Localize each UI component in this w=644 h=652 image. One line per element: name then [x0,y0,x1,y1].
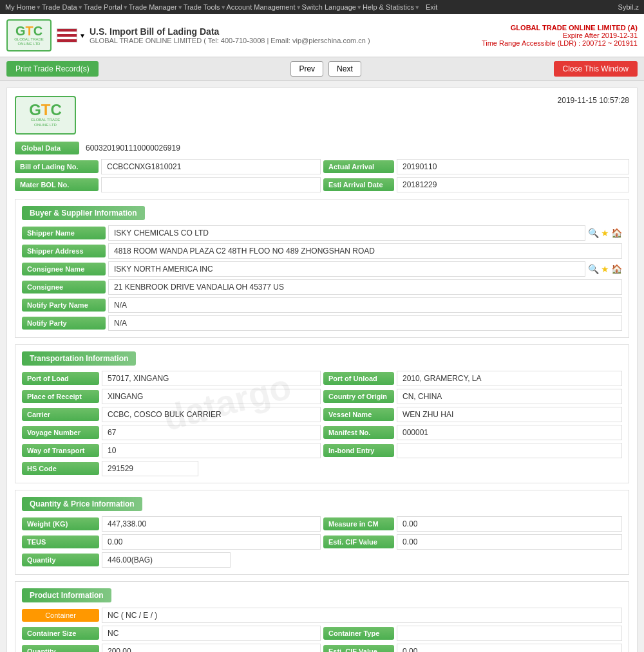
shipper-star-icon[interactable]: ★ [601,228,609,238]
nav-sep2: ▾ [124,3,128,12]
time-range: Time Range Accessible (LDR) : 200712 ~ 2… [482,39,638,47]
consignee-value: 21 KENBROOK DRIVE VANDALIA OH 45377 US [108,279,622,295]
port-load-value: 57017, XINGANG [102,371,321,386]
header-subtitle: GLOBAL TRADE ONLINE LIMITED ( Tel: 400-7… [90,37,482,44]
bol-label: Bill of Lading No. [15,160,99,173]
expire-date: Expire After 2019-12-31 [482,32,638,39]
header: GTC GLOBAL TRADEONLINE LTD ▼ U.S. Import… [0,14,644,57]
manifest-value: 000001 [397,425,622,440]
transportation-header: Transportation Information [22,351,622,366]
weight-value: 447,338.00 [102,516,321,532]
quantity-price-section: Quantity & Price Information Weight (KG)… [15,490,629,575]
nav-tradetools[interactable]: Trade Tools [184,3,220,11]
nav-trademanager[interactable]: Trade Manager [129,3,177,11]
logo: GTC GLOBAL TRADEONLINE LTD [6,19,52,51]
record-card: datargo GTC GLOBAL TRADEONLINE LTD 2019-… [6,88,638,652]
close-button-top[interactable]: Close This Window [554,61,638,77]
notify-party-label: Notify Party [22,317,106,330]
buyer-supplier-section: Buyer & Supplier Information Shipper Nam… [15,199,629,338]
teus-value: 0.00 [102,534,321,550]
global-data-row: Global Data 6003201901110000026919 [15,141,629,155]
nav-sep4: ▾ [222,3,225,12]
voyage-value: 67 [102,425,321,440]
product-info-section: Product Information Container NC ( NC / … [15,581,629,652]
nav-sep3: ▾ [178,3,182,12]
top-nav: My Home ▾ Trade Data ▾ Trade Portal ▾ Tr… [0,0,644,14]
consignee-home-icon[interactable]: 🏠 [611,264,622,274]
hs-code-label: HS Code [22,462,99,475]
port-unload-label: Port of Unload [323,372,394,385]
consignee-label: Consignee [22,281,106,293]
container-type-value [397,626,622,641]
qty-value: 446.00(BAG) [102,552,231,568]
nav-sep5: ▾ [297,3,301,12]
shipper-name-value: ISKY CHEMICALS CO LTD [108,225,585,241]
nav-user: Sybil.z [618,3,639,11]
logo-g: GTC [15,24,43,37]
bol-row: Bill of Lading No. CCBCCNXG1810021 Actua… [15,159,629,174]
transportation-title: Transportation Information [22,351,136,366]
master-bol-value [101,177,321,192]
master-bol-row: Mater BOL No. Esti Arrival Date 20181229 [15,177,629,192]
global-data-label: Global Data [15,142,79,154]
port-unload-value: 2010, GRAMERCY, LA [397,371,622,386]
page-title: U.S. Import Bill of Lading Data [90,26,482,37]
nav-myhome[interactable]: My Home [5,3,35,11]
container-value: NC ( NC / E / ) [102,608,622,623]
port-load-label: Port of Load [22,372,99,385]
flag-arrow[interactable]: ▼ [79,32,86,39]
weight-label: Weight (KG) [22,517,99,530]
nav-sep7: ▾ [415,3,419,12]
hs-code-value: 291529 [102,461,198,476]
vessel-label: Vessel Name [323,408,394,421]
quantity-price-title: Quantity & Price Information [22,497,142,511]
bol-value: CCBCCNXG1810021 [101,159,321,174]
buyer-supplier-header: Buyer & Supplier Information [22,206,622,220]
record-logo: GTC GLOBAL TRADEONLINE LTD [15,96,76,135]
carrier-value: CCBC, COSCO BULK CARRIER [102,407,321,422]
shipper-address-label: Shipper Address [22,245,106,257]
nav-account[interactable]: Account Management [227,3,296,11]
nav-help[interactable]: Help & Statistics [363,3,414,11]
nav-language[interactable]: Switch Language [302,3,356,11]
shipper-search-icon[interactable]: 🔍 [588,228,599,238]
consignee-star-icon[interactable]: ★ [601,264,609,274]
container-size-value: NC [102,626,321,641]
top-toolbar: Print Trade Record(s) Prev Next Close Th… [0,57,644,81]
carrier-label: Carrier [22,408,99,421]
cif-label: Esti. CIF Value [323,536,394,548]
shipper-home-icon[interactable]: 🏠 [611,228,622,238]
shipper-name-label: Shipper Name [22,227,106,239]
qty-label: Quantity [22,554,99,566]
actual-arrival-label: Actual Arrival [323,160,394,173]
us-flag [57,28,77,42]
inbond-value [397,443,622,458]
flag-container: ▼ [57,28,86,42]
buyer-supplier-title: Buyer & Supplier Information [22,206,145,220]
consignee-icons: 🔍 ★ 🏠 [588,264,622,274]
prod-qty-value: 200.00 [102,644,321,652]
nav-tradeportal[interactable]: Trade Portal [84,3,122,11]
vessel-value: WEN ZHU HAI [397,407,622,422]
next-button-top[interactable]: Next [328,61,361,77]
measure-label: Measure in CM [323,517,394,530]
container-size-label: Container Size [22,627,99,640]
manifest-label: Manifest No. [323,426,394,439]
shipper-icons: 🔍 ★ 🏠 [588,228,622,238]
nav-exit[interactable]: Exit [426,3,437,11]
prod-cif-value: 0.00 [397,644,622,652]
product-info-header: Product Information [22,588,622,602]
measure-value: 0.00 [397,516,622,532]
voyage-label: Voyage Number [22,426,99,439]
product-info-title: Product Information [22,588,111,602]
notify-party-value: N/A [108,315,622,331]
consignee-search-icon[interactable]: 🔍 [588,264,599,274]
container-button[interactable]: Container [22,609,99,622]
notify-party-name-label: Notify Party Name [22,299,106,312]
consignee-name-value: ISKY NORTH AMERICA INC [108,261,585,277]
prod-cif-label: Esti. CIF Value [323,645,394,652]
prev-button-top[interactable]: Prev [290,61,323,77]
print-button-top[interactable]: Print Trade Record(s) [6,61,99,77]
nav-tradedata[interactable]: Trade Data [42,3,77,11]
container-type-label: Container Type [323,627,394,640]
